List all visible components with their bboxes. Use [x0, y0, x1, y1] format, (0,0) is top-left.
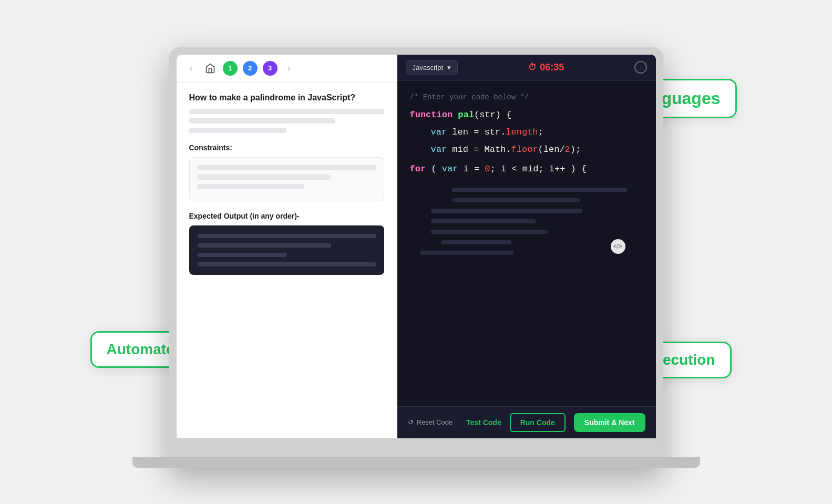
scene: Diverse Languages Automated Scoring Real… [101, 37, 732, 468]
output-box [189, 225, 384, 275]
chevron-down-icon: ▾ [447, 64, 451, 71]
test-code-button[interactable]: Test Code [466, 418, 501, 427]
code-line-1: function pal(str) { [410, 108, 643, 123]
keyword-function: function [410, 110, 458, 120]
constraints-skel-3 [197, 184, 305, 189]
test-label: Test Code [466, 418, 501, 427]
editor-toolbar: Javascript ▾ ⏱ 06:35 i [397, 55, 656, 81]
panel-body: How to make a palindrome in JavaScript? … [177, 83, 397, 438]
output-skel-4 [198, 262, 376, 266]
code-line-2: var len = str.length; [410, 125, 643, 140]
home-button[interactable] [203, 61, 218, 76]
reset-icon: ↺ [408, 418, 414, 426]
output-skel-1 [198, 234, 376, 238]
fn-pal: pal [458, 110, 474, 120]
expected-output-label: Expected Output (in any order)- [189, 212, 384, 220]
laptop-base [132, 457, 700, 468]
reset-label: Reset Code [417, 418, 453, 426]
output-skel-2 [198, 243, 331, 248]
constraints-label: Constraints: [189, 143, 384, 152]
resize-icon: </> [613, 243, 622, 250]
prev-nav-button[interactable]: ‹ [185, 62, 198, 75]
language-selector[interactable]: Javascript ▾ [406, 60, 458, 75]
timer-display: ⏱ 06:35 [528, 62, 564, 73]
question-title: How to make a palindrome in JavaScript? [189, 93, 384, 102]
screen-content: ‹ 1 2 [177, 55, 656, 438]
step-1-badge[interactable]: 1 [223, 61, 238, 76]
step-2-badge[interactable]: 2 [243, 61, 258, 76]
reset-code-button[interactable]: ↺ Reset Code [408, 418, 453, 426]
language-label: Javascript [413, 64, 444, 71]
laptop-shell: ‹ 1 2 [169, 47, 663, 468]
skeleton-1 [189, 109, 384, 114]
editor-footer: ↺ Reset Code Test Code Run Code Subm [397, 406, 656, 438]
code-line-3: var mid = Math.floor(len/2); [410, 142, 643, 158]
skeleton-2 [189, 118, 335, 124]
constraints-skel-1 [197, 165, 376, 170]
submit-label: Submit & Next [584, 418, 635, 427]
submit-next-button[interactable]: Submit & Next [574, 413, 645, 432]
next-nav-button[interactable]: › [283, 62, 295, 75]
output-skel-3 [198, 253, 287, 257]
info-button[interactable]: i [634, 61, 647, 74]
panel-header: ‹ 1 2 [177, 55, 397, 83]
code-skeletons [410, 188, 643, 255]
divider-handle[interactable]: </> [611, 239, 625, 254]
left-panel: ‹ 1 2 [177, 55, 397, 438]
constraints-box [189, 157, 384, 201]
run-label: Run Code [520, 418, 555, 427]
laptop-screen: ‹ 1 2 [177, 55, 656, 438]
step-3-badge[interactable]: 3 [263, 61, 278, 76]
constraints-skel-2 [197, 174, 332, 180]
run-code-button[interactable]: Run Code [510, 413, 566, 432]
code-comment: /* Enter your code below */ [410, 91, 643, 104]
timer-value: 06:35 [540, 62, 564, 73]
timer-icon: ⏱ [528, 63, 537, 72]
skeleton-3 [189, 128, 287, 133]
code-line-4: for ( var i = 0; i < mid; i++ ) { [410, 162, 643, 177]
